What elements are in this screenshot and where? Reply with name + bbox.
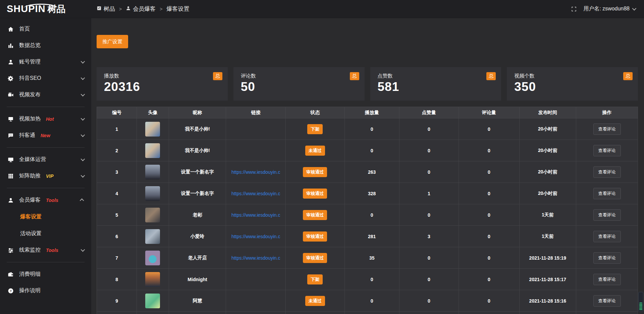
scrollbar-widget[interactable] — [638, 292, 643, 312]
sidebar-item-data-overview[interactable]: 数据总览 — [0, 37, 91, 54]
cell-nickname: 阿慧 — [169, 290, 226, 312]
cell-id — [97, 312, 137, 314]
cell-status — [285, 312, 344, 314]
cell-nickname: 老彬 — [169, 204, 226, 226]
cell-link: https://www.iesdouyin.c — [226, 247, 285, 269]
breadcrumb-label: 树品 — [104, 5, 115, 13]
cell-nickname: 设置一个新名字 — [169, 161, 226, 183]
status-badge[interactable]: 未通过 — [305, 146, 325, 156]
sidebar-item-operation-guide[interactable]: ?操作说明 — [0, 282, 91, 299]
user-icon — [7, 197, 14, 204]
home-icon — [7, 26, 14, 33]
sidebar-item-label: 首页 — [19, 25, 30, 33]
sidebar-subitem-activity-settings[interactable]: 活动设置 — [0, 225, 91, 242]
sidebar-item-consumption-detail[interactable]: 消费明细 — [0, 266, 91, 282]
cell-comments: 0 — [459, 204, 520, 226]
sidebar-item-label: 操作说明 — [19, 287, 41, 294]
view-comments-button[interactable]: 查看评论 — [593, 295, 621, 307]
table-row: 4设置一个新名字https://www.iesdouyin.c审核通过32810… — [97, 183, 638, 204]
video-link[interactable]: https://www.iesdouyin.c — [231, 191, 280, 196]
sidebar-item-tag: Hot — [46, 116, 54, 122]
sidebar-item-label: 矩阵助推 — [19, 172, 41, 179]
chevron-down-icon — [81, 248, 85, 252]
cell-plays: 0 — [344, 290, 399, 312]
status-badge[interactable]: 审核通过 — [303, 189, 327, 199]
view-comments-button[interactable]: 查看评论 — [593, 188, 621, 199]
video-link[interactable]: https://www.iesdouyin.c — [231, 169, 280, 175]
status-badge[interactable]: 审核通过 — [303, 210, 327, 220]
stat-card-label: 评论数 — [241, 73, 357, 79]
sidebar-item-douyin-seo[interactable]: 抖音SEO — [0, 70, 91, 87]
monitor-icon — [7, 156, 14, 163]
cell-id: 7 — [97, 247, 137, 269]
sidebar-item-matrix-boost[interactable]: 矩阵助推VIP — [0, 168, 91, 184]
breadcrumb-item-home[interactable]: 树品 — [97, 5, 115, 13]
cell-avatar — [137, 204, 169, 226]
video-link[interactable]: https://www.iesdouyin.c — [231, 212, 280, 218]
view-comments-button[interactable]: 查看评论 — [593, 209, 621, 221]
topbar: SHUPIN 树品 树品 > 会员爆客 > 爆客设置 用户名: zswodun8… — [0, 0, 644, 18]
view-comments-button[interactable]: 查看评论 — [593, 231, 621, 242]
sidebar-item-label: 抖音SEO — [19, 75, 41, 82]
cell-id: 5 — [97, 204, 137, 226]
sidebar-subitem-baoke-settings[interactable]: 爆客设置 — [0, 208, 91, 225]
cell-status: 未通过 — [285, 290, 344, 312]
avatar — [145, 272, 160, 287]
cell-avatar — [137, 226, 169, 247]
cell-likes: 0 — [399, 204, 459, 226]
sidebar-item-douketong[interactable]: 抖客通New — [0, 127, 91, 144]
cell-plays — [344, 312, 399, 314]
cell-likes: 0 — [399, 118, 459, 140]
sidebar-item-label: 数据总览 — [19, 42, 41, 49]
view-comments-button[interactable]: 查看评论 — [593, 252, 621, 264]
status-badge[interactable]: 未通过 — [305, 296, 325, 306]
cell-avatar — [137, 161, 169, 183]
status-badge[interactable]: 下架 — [307, 274, 323, 284]
user-icon — [7, 59, 14, 65]
sidebar-item-omni-media[interactable]: 全媒体运营 — [0, 151, 91, 168]
cell-comments: 0 — [459, 226, 520, 247]
sidebar-item-video-publish[interactable]: 视频发布 — [0, 87, 91, 103]
user-menu[interactable]: 用户名: zswodun88 — [583, 5, 635, 12]
column-header: 发布时间 — [519, 107, 576, 118]
sidebar-item-home[interactable]: 首页 — [0, 21, 91, 37]
video-link[interactable]: https://www.iesdouyin.c — [231, 234, 280, 239]
column-header: 点赞量 — [399, 107, 459, 118]
status-badge[interactable]: 下架 — [307, 124, 323, 134]
column-header: 状态 — [285, 107, 344, 118]
promo-settings-button[interactable]: 推广设置 — [97, 35, 128, 48]
view-comments-button[interactable]: 查看评论 — [593, 123, 621, 135]
video-link[interactable]: https://www.iesdouyin.c — [231, 255, 280, 261]
cell-time: 20小时前 — [519, 183, 576, 204]
status-badge[interactable]: 审核通过 — [303, 231, 327, 242]
sidebar-item-member-baoke[interactable]: 会员爆客Tools — [0, 192, 91, 208]
column-header: 操作 — [576, 107, 638, 118]
avatar — [145, 143, 160, 158]
cell-plays: 281 — [344, 226, 399, 247]
breadcrumb-item-member[interactable]: 会员爆客 — [126, 5, 156, 13]
cell-plays: 0 — [344, 140, 399, 161]
view-comments-button[interactable]: 查看评论 — [593, 145, 621, 156]
sidebar-item-clue-monitor[interactable]: 线索监控Tools — [0, 242, 91, 258]
cell-link: https://www.iesdouyin.c — [226, 161, 285, 183]
status-badge[interactable]: 审核通过 — [303, 167, 327, 177]
chevron-down-icon — [81, 173, 85, 178]
cell-link: https://www.iesdouyin.c — [226, 183, 285, 204]
status-badge[interactable]: 审核通过 — [303, 253, 327, 263]
breadcrumb-label: 会员爆客 — [133, 5, 156, 13]
cell-status: 审核通过 — [285, 226, 344, 247]
view-comments-button[interactable]: 查看评论 — [593, 166, 621, 178]
sidebar-item-account-management[interactable]: 账号管理 — [0, 54, 91, 70]
sliders-icon — [7, 247, 14, 254]
view-comments-button[interactable]: 查看评论 — [593, 274, 621, 285]
cell-likes: 0 — [399, 247, 459, 269]
table-row: 5老彬https://www.iesdouyin.c审核通过0001天前查看评论 — [97, 204, 638, 226]
cell-id: 8 — [97, 269, 137, 290]
fullscreen-icon[interactable] — [571, 6, 577, 12]
cell-action: 查看评论 — [576, 226, 638, 247]
question-icon: ? — [7, 287, 14, 294]
table-row: 7老人开店https://www.iesdouyin.c审核通过35002021… — [97, 247, 638, 269]
cell-plays: 0 — [344, 118, 399, 140]
breadcrumb-separator: > — [119, 6, 122, 12]
sidebar-item-video-heat[interactable]: 视频加热Hot — [0, 111, 91, 127]
